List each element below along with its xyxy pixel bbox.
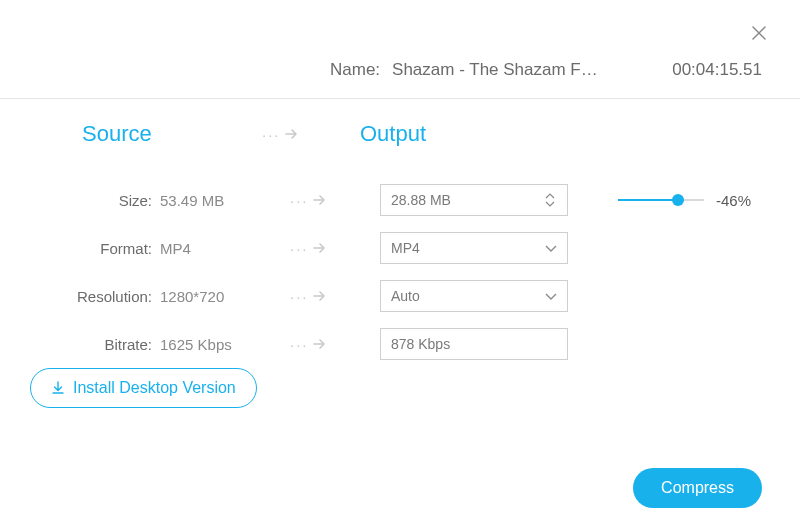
bitrate-source-value: 1625 Kbps (160, 336, 290, 353)
install-desktop-button[interactable]: Install Desktop Version (30, 368, 257, 408)
size-reduction-value: -46% (716, 192, 751, 209)
stepper-controls[interactable] (545, 185, 561, 215)
format-label: Format: (0, 240, 160, 257)
arrow-icon (262, 126, 299, 143)
resolution-output-value: Auto (391, 288, 420, 304)
size-output-stepper[interactable]: 28.88 MB (380, 184, 568, 216)
column-source: Source (82, 121, 152, 147)
size-output-value: 28.88 MB (391, 192, 451, 208)
row-format: Format: MP4 MP4 (0, 228, 800, 268)
compress-label: Compress (661, 479, 734, 496)
compress-button[interactable]: Compress (633, 468, 762, 508)
chevron-down-icon (545, 288, 557, 304)
arrow-icon (290, 336, 380, 353)
name-value: Shazam - The Shazam F… (392, 60, 598, 80)
format-output-value: MP4 (391, 240, 420, 256)
columns-header: Source Output (0, 110, 800, 158)
arrow-icon (290, 288, 380, 305)
install-desktop-label: Install Desktop Version (73, 379, 236, 397)
chevron-up-icon (545, 193, 555, 199)
arrow-icon (290, 192, 380, 209)
arrow-icon (290, 240, 380, 257)
resolution-label: Resolution: (0, 288, 160, 305)
size-slider[interactable] (618, 192, 704, 208)
bitrate-label: Bitrate: (0, 336, 160, 353)
bitrate-output-field[interactable]: 878 Kbps (380, 328, 568, 360)
format-output-select[interactable]: MP4 (380, 232, 568, 264)
size-source-value: 53.49 MB (160, 192, 290, 209)
size-label: Size: (0, 192, 160, 209)
divider (0, 98, 800, 99)
row-size: Size: 53.49 MB 28.88 MB -46% (0, 180, 800, 220)
row-resolution: Resolution: 1280*720 Auto (0, 276, 800, 316)
file-header: Name: Shazam - The Shazam F… 00:04:15.51 (0, 60, 800, 80)
chevron-down-icon (545, 201, 555, 207)
download-icon (51, 381, 65, 395)
resolution-source-value: 1280*720 (160, 288, 290, 305)
format-source-value: MP4 (160, 240, 290, 257)
close-button[interactable] (750, 24, 768, 42)
slider-thumb[interactable] (672, 194, 684, 206)
settings-grid: Size: 53.49 MB 28.88 MB -46% (0, 180, 800, 372)
bitrate-output-value: 878 Kbps (391, 336, 450, 352)
column-output: Output (360, 121, 426, 147)
resolution-output-select[interactable]: Auto (380, 280, 568, 312)
close-icon (750, 24, 768, 42)
name-label: Name: (330, 60, 380, 80)
slider-fill (618, 199, 678, 201)
row-bitrate: Bitrate: 1625 Kbps 878 Kbps (0, 324, 800, 364)
chevron-down-icon (545, 240, 557, 256)
duration-value: 00:04:15.51 (672, 60, 762, 80)
